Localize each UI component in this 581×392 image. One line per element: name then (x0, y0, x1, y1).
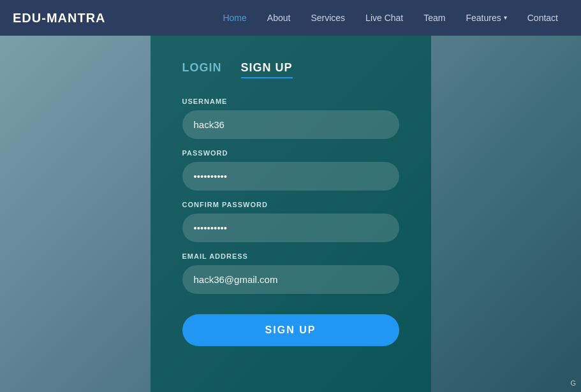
username-input[interactable] (182, 110, 399, 139)
email-group: EMAIL ADDRESS (182, 252, 399, 294)
navbar: EDU-MANTRA Home About Services Live Chat… (0, 0, 581, 36)
nav-menu: Home About Services Live Chat Team Featu… (212, 0, 568, 36)
nav-item-services[interactable]: Services (300, 0, 355, 36)
tab-login[interactable]: LOGIN (182, 61, 222, 78)
main-content: LOGIN SIGN UP USERNAME PASSWORD CONFIRM … (0, 36, 581, 392)
signup-card: LOGIN SIGN UP USERNAME PASSWORD CONFIRM … (151, 36, 431, 392)
nav-item-team[interactable]: Team (413, 0, 455, 36)
corner-text: G (570, 379, 576, 387)
brand-logo: EDU-MANTRA (13, 11, 106, 25)
nav-link-livechat[interactable]: Live Chat (355, 0, 413, 36)
chevron-down-icon: ▾ (504, 0, 507, 36)
nav-item-livechat[interactable]: Live Chat (355, 0, 413, 36)
nav-link-services[interactable]: Services (300, 0, 355, 36)
confirm-password-group: CONFIRM PASSWORD (182, 201, 399, 242)
nav-link-contact[interactable]: Contact (517, 0, 568, 36)
email-input[interactable] (182, 265, 399, 294)
nav-item-contact[interactable]: Contact (517, 0, 568, 36)
nav-link-about[interactable]: About (257, 0, 301, 36)
password-group: PASSWORD (182, 149, 399, 191)
nav-link-features[interactable]: Features ▾ (456, 0, 517, 36)
nav-link-home[interactable]: Home (212, 0, 256, 36)
nav-item-about[interactable]: About (257, 0, 301, 36)
auth-tabs: LOGIN SIGN UP (182, 61, 293, 78)
nav-item-home[interactable]: Home (212, 0, 256, 36)
username-label: USERNAME (182, 98, 399, 105)
username-group: USERNAME (182, 98, 399, 139)
signup-button[interactable]: SIGN UP (182, 314, 399, 346)
password-label: PASSWORD (182, 149, 399, 157)
email-label: EMAIL ADDRESS (182, 252, 399, 260)
confirm-password-input[interactable] (182, 214, 399, 242)
confirm-password-label: CONFIRM PASSWORD (182, 201, 399, 208)
password-input[interactable] (182, 162, 399, 191)
nav-item-features[interactable]: Features ▾ (456, 0, 517, 36)
nav-link-team[interactable]: Team (413, 0, 455, 36)
tab-signup[interactable]: SIGN UP (241, 61, 293, 78)
